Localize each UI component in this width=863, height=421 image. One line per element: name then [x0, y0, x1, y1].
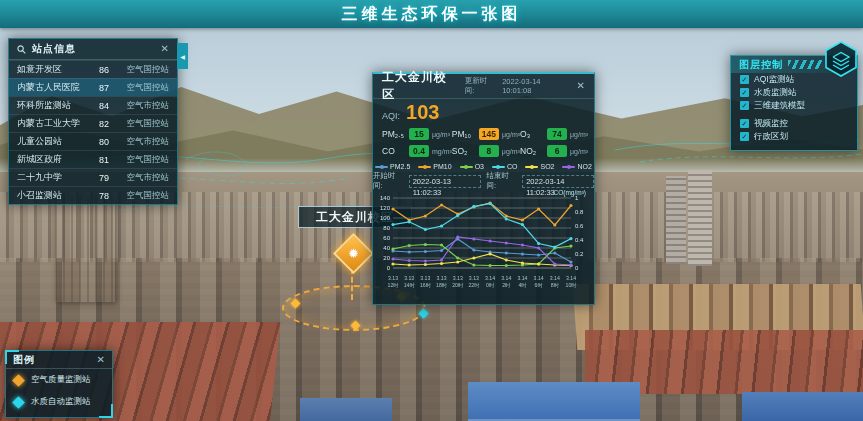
- pollutant-cell-pm10: PM₁₀ 145 μg/m³: [452, 127, 520, 141]
- chevron-left-icon: ◀: [180, 53, 185, 60]
- station-aqi: 87: [87, 83, 109, 93]
- legend-panel-header: 图例 ✕: [6, 351, 112, 369]
- station-aqi: 81: [87, 155, 109, 165]
- svg-text:20: 20: [383, 255, 390, 261]
- checkbox-checked[interactable]: ✓: [740, 132, 749, 141]
- layer-item[interactable]: ✓ 三维建筑模型: [731, 99, 857, 112]
- right-axis-title: CO(mg/m³): [554, 189, 587, 196]
- station-row[interactable]: 儿童公园站 80 空气市控站: [9, 132, 177, 150]
- search-icon: [17, 45, 26, 54]
- station-aqi: 84: [87, 101, 109, 111]
- close-icon[interactable]: ✕: [97, 355, 105, 365]
- station-name: 内蒙古工业大学: [17, 117, 87, 130]
- svg-text:3.1316时: 3.1316时: [420, 275, 432, 288]
- pollutant-unit: μg/m³: [570, 148, 588, 155]
- legend-dot-icon: [464, 165, 468, 169]
- svg-text:3.1320时: 3.1320时: [452, 275, 464, 288]
- factory-blue-roof-2: [742, 392, 863, 421]
- corner-accent: [5, 350, 19, 364]
- legend-entry-air: 空气质量监测站: [6, 369, 112, 391]
- pollutant-cell-pm25: PM₂.₅ 15 μg/m³: [382, 127, 452, 141]
- landmark-tower: [55, 198, 115, 302]
- svg-text:60: 60: [383, 235, 390, 241]
- aqi-label: AQI:: [382, 111, 400, 121]
- close-icon[interactable]: ✕: [161, 44, 169, 54]
- station-type: 空气国控站: [115, 64, 169, 76]
- svg-text:40: 40: [383, 245, 390, 251]
- legend-label: PM10: [433, 163, 451, 170]
- station-aqi: 79: [87, 173, 109, 183]
- station-row[interactable]: 小召监测站 78 空气国控站: [9, 186, 177, 204]
- end-time-input[interactable]: 2022-03-14 11:02:33: [522, 175, 594, 188]
- legend-item: NO2: [562, 163, 591, 170]
- pollutant-name: SO₂: [452, 146, 476, 156]
- svg-text:80: 80: [383, 225, 390, 231]
- pollutant-unit: μg/m³: [570, 131, 588, 138]
- layer-label: 视频监控: [754, 118, 788, 130]
- station-aqi: 78: [87, 191, 109, 201]
- svg-text:3.1314时: 3.1314时: [404, 275, 416, 288]
- station-row[interactable]: 二十九中学 79 空气市控站: [9, 168, 177, 186]
- checkbox-checked[interactable]: ✓: [740, 88, 749, 97]
- checkbox-checked[interactable]: ✓: [740, 75, 749, 84]
- svg-text:140: 140: [380, 195, 391, 201]
- close-icon[interactable]: ✕: [577, 81, 585, 91]
- legend-item: O3: [460, 163, 484, 170]
- app-title: 三维生态环保一张图: [342, 4, 522, 25]
- svg-text:3.1318时: 3.1318时: [436, 275, 448, 288]
- svg-text:3.148时: 3.148时: [550, 275, 560, 288]
- layer-item[interactable]: ✓ 水质监测站: [731, 86, 857, 99]
- layer-control-panel: 图层控制 ✓ AQI监测站 ✓ 水质监测站 ✓ 三维建筑模型 ✓ 视频监控 ✓ …: [730, 55, 858, 151]
- layers-hexagon-icon[interactable]: [823, 40, 859, 78]
- pollutant-trend-chart: 02040608010012014000.20.40.60.813.1312时3…: [373, 190, 592, 296]
- end-time-label: 结束时间:: [487, 171, 517, 191]
- pollutant-value-badge: 15: [409, 128, 429, 140]
- station-type: 空气市控站: [115, 100, 169, 112]
- pollutant-name: O₃: [520, 129, 544, 139]
- pollutant-name: NO₂: [520, 146, 544, 156]
- station-type: 空气国控站: [115, 82, 169, 94]
- pollutant-value-badge: 74: [547, 128, 567, 140]
- legend-dot-icon: [380, 165, 384, 169]
- start-time-input[interactable]: 2022-03-13 11:02:33: [409, 175, 481, 188]
- legend-entry-water: 水质自动监测站: [6, 391, 112, 413]
- factory-blue-roof-1: [468, 382, 640, 421]
- checkbox-checked[interactable]: ✓: [740, 101, 749, 110]
- legend-label: CO: [507, 163, 518, 170]
- station-name: 小召监测站: [17, 189, 87, 202]
- station-aqi: 80: [87, 137, 109, 147]
- legend-label: SO2: [540, 163, 554, 170]
- station-row[interactable]: 如意开发区 86 空气国控站: [9, 60, 177, 78]
- station-row[interactable]: 环科所监测站 84 空气市控站: [9, 96, 177, 114]
- start-time-label: 开始时间:: [373, 171, 403, 191]
- legend-entry-label: 水质自动监测站: [31, 396, 91, 408]
- highrise-tower-1: [666, 176, 686, 264]
- pollutant-value-badge: 0.4: [409, 145, 429, 157]
- svg-text:3.1312时: 3.1312时: [388, 275, 400, 288]
- station-type: 空气国控站: [115, 190, 169, 202]
- station-name: 如意开发区: [17, 63, 87, 76]
- aqi-row: AQI: 103: [373, 99, 594, 127]
- legend-dot-icon: [530, 165, 534, 169]
- pollutant-cell-no2: NO₂ 6 μg/m³: [520, 144, 588, 158]
- pollutant-unit: μg/m³: [432, 131, 450, 138]
- station-panel-title: 站点信息: [32, 42, 76, 56]
- layer-item[interactable]: ✓ 视频监控: [731, 117, 857, 130]
- svg-text:0: 0: [575, 265, 579, 271]
- station-panel-header: 站点信息 ✕: [9, 39, 177, 60]
- svg-text:120: 120: [380, 205, 391, 211]
- pollutant-name: PM₂.₅: [382, 129, 406, 139]
- legend-marker-icon: [525, 166, 538, 168]
- layer-item[interactable]: ✓ 行政区划: [731, 130, 857, 143]
- factory-blue-roof-3: [300, 398, 392, 421]
- station-row[interactable]: 新城区政府 81 空气国控站: [9, 150, 177, 168]
- station-row[interactable]: 内蒙古工业大学 82 空气国控站: [9, 114, 177, 132]
- panel-collapse-tab[interactable]: ◀: [177, 43, 188, 69]
- time-range-row: 开始时间: 2022-03-13 11:02:33 结束时间: 2022-03-…: [373, 173, 594, 189]
- pollutant-cell-so2: SO₂ 8 μg/m³: [452, 144, 520, 158]
- station-row[interactable]: 内蒙古人民医院 87 空气国控站: [9, 78, 177, 96]
- layer-label: 水质监测站: [754, 87, 797, 99]
- checkbox-checked[interactable]: ✓: [740, 119, 749, 128]
- layer-panel-title: 图层控制: [739, 58, 783, 72]
- layer-label: AQI监测站: [754, 74, 794, 86]
